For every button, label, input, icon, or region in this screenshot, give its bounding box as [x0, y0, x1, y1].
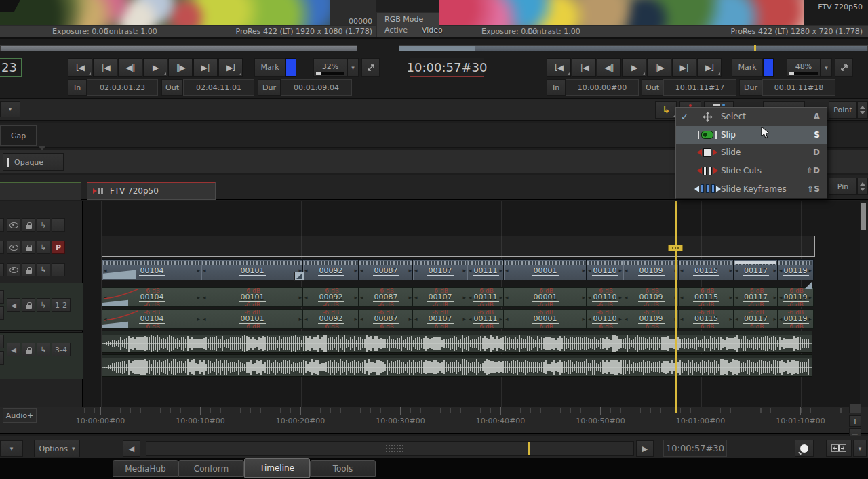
track-lock-button[interactable]: [22, 241, 35, 254]
scroll-right-button[interactable]: ▶: [636, 440, 654, 457]
magnifier-button[interactable]: [795, 440, 814, 457]
audio-clip[interactable]: -6 dB◂▸00110-6 dB: [586, 309, 624, 329]
video-clip[interactable]: ◂▸00119: [777, 259, 814, 280]
playhead-grip[interactable]: [668, 245, 683, 251]
audio-clip[interactable]: -6 dB◂▸00110-6 dB: [586, 287, 624, 307]
left-tool-dropdown[interactable]: ▾: [0, 101, 20, 117]
transport-button-0[interactable]: [◀: [547, 58, 571, 77]
left-timecode-field[interactable]: 23: [0, 58, 22, 77]
track-lock-button[interactable]: [22, 218, 35, 232]
transport-button-1[interactable]: ∣◀: [572, 58, 596, 77]
audio-clip[interactable]: -6 dB◂▸00107-6 dB: [412, 287, 468, 307]
vscroll-thumb[interactable]: [861, 203, 866, 230]
left-mark-color-swatch[interactable]: [285, 58, 296, 77]
track-extra-button[interactable]: [52, 218, 65, 232]
left-viewer-image[interactable]: [0, 0, 330, 25]
left-in-button[interactable]: In: [68, 79, 87, 96]
transport-button-2[interactable]: ◀∥: [597, 58, 621, 77]
pin-spinner[interactable]: [857, 178, 868, 195]
partial-button[interactable]: [0, 241, 4, 254]
left-dur-value[interactable]: 00:01:09:04: [281, 79, 352, 96]
select-tool-button[interactable]: ↳: [655, 101, 677, 119]
audio-plus-button[interactable]: Audio+: [3, 408, 37, 423]
track-visibility-button[interactable]: [7, 218, 20, 232]
sequence-tab-ftv[interactable]: FTV 720p50: [87, 182, 216, 200]
left-out-button[interactable]: Out: [161, 79, 183, 96]
right-viewer-image[interactable]: [439, 0, 804, 25]
right-expand-button[interactable]: [835, 58, 853, 77]
right-zoom-dropdown[interactable]: ▾: [821, 58, 832, 77]
menu-item-slip[interactable]: SlipS: [676, 126, 827, 144]
primary-track-button[interactable]: P: [52, 241, 65, 254]
audio-clip[interactable]: -6 dB◂▸00087-6 dB: [358, 287, 414, 307]
right-zoom-field[interactable]: 48%: [787, 58, 821, 77]
video-clip[interactable]: ◂▸00107: [412, 259, 468, 280]
transport-button-0[interactable]: [◀: [68, 58, 92, 77]
transport-button-5[interactable]: ▶∣: [672, 58, 696, 77]
audio-clip[interactable]: -6 dB◂▸00092-6 dB: [302, 309, 359, 329]
menu-item-slide[interactable]: SlideD: [676, 144, 827, 162]
menu-item-select[interactable]: ✓SelectA: [676, 108, 827, 126]
audio-monitor-button[interactable]: ◀: [7, 343, 20, 356]
partial-button[interactable]: [0, 351, 4, 365]
audio-clip[interactable]: -6 dB◂▸00087-6 dB: [358, 309, 414, 329]
right-scrub-bar[interactable]: [399, 45, 868, 51]
transition-marker[interactable]: [294, 272, 304, 281]
audio-clip[interactable]: -6 dB◂▸00109-6 dB: [623, 309, 679, 329]
partial-button[interactable]: [0, 218, 4, 232]
video-clip[interactable]: ◂▸00001: [503, 259, 587, 280]
sequence-tab-other[interactable]: [0, 182, 81, 200]
audio-clip[interactable]: -6 dB◂▸00101-6 dB: [201, 287, 304, 307]
transport-button-3[interactable]: ▶: [143, 58, 167, 77]
audio-clip[interactable]: -6 dB◂▸00104-6 dB: [102, 287, 202, 307]
audio-clip[interactable]: -6 dB◂▸00111-6 dB: [467, 309, 505, 329]
right-dur-button[interactable]: Dur: [739, 79, 762, 96]
zoom-in-button[interactable]: +: [849, 415, 861, 427]
left-in-value[interactable]: 02:03:01:23: [87, 79, 158, 96]
video-clip[interactable]: ◂▸00092: [302, 259, 359, 280]
tab-timeline[interactable]: Timeline: [244, 458, 310, 478]
selection-band[interactable]: [102, 236, 815, 257]
left-mark-button[interactable]: Mark: [254, 58, 285, 77]
menu-item-slide-cuts[interactable]: Slide Cuts⇧D: [676, 162, 827, 180]
timeline-hscrollbar[interactable]: [146, 441, 634, 456]
playhead-line[interactable]: [675, 201, 677, 407]
audio-clip[interactable]: -6 dB◂▸00104-6 dB: [102, 309, 202, 329]
opaque-button[interactable]: Opaque: [3, 153, 64, 171]
audio-clip[interactable]: -6 dB◂▸00119-6 dB: [777, 309, 814, 329]
scroll-left-button[interactable]: ◀: [123, 440, 140, 457]
track-visibility-button[interactable]: [7, 241, 20, 254]
video-clip[interactable]: ◂▸00115: [678, 259, 734, 280]
bottom-timecode-field[interactable]: 10:00:57#30: [663, 440, 727, 457]
track-follow-button[interactable]: ↳: [37, 218, 50, 232]
audio-channel-label[interactable]: 3-4: [52, 343, 71, 356]
track-follow-button[interactable]: ↳: [37, 343, 50, 356]
audio-clip[interactable]: -6 dB◂▸00001-6 dB: [503, 287, 587, 307]
audio-clip[interactable]: -6 dB◂▸00001-6 dB: [503, 309, 587, 329]
transport-button-2[interactable]: ◀∥: [118, 58, 142, 77]
track-lock-button[interactable]: [22, 343, 35, 356]
right-in-value[interactable]: 10:00:00#00: [566, 79, 639, 96]
transport-button-4[interactable]: ∥▶: [647, 58, 671, 77]
transport-button-4[interactable]: ∥▶: [168, 58, 193, 77]
point-spinner[interactable]: [857, 101, 868, 119]
point-control[interactable]: Point: [829, 101, 857, 119]
audio-clip[interactable]: -6 dB◂▸00109-6 dB: [623, 287, 679, 307]
video-clip[interactable]: ◂▸00117: [733, 259, 778, 280]
audio-clip[interactable]: -6 dB◂▸00117-6 dB: [733, 287, 778, 307]
left-scrub-bar[interactable]: [0, 45, 357, 51]
video-clip[interactable]: ◂▸00104: [102, 259, 202, 280]
view-layout-dropdown[interactable]: ▾: [853, 440, 867, 457]
audio-clip[interactable]: -6 dB◂▸00115-6 dB: [678, 287, 734, 307]
audio-clip[interactable]: -6 dB◂▸00111-6 dB: [467, 287, 505, 307]
menu-item-slide-keyframes[interactable]: Slide Keyframes⇧S: [676, 180, 827, 198]
bottom-left-dropdown[interactable]: ▾: [0, 440, 23, 457]
transport-button-6[interactable]: ▶]: [218, 58, 243, 77]
left-expand-button[interactable]: [361, 58, 380, 77]
tab-conform[interactable]: Conform: [178, 460, 244, 477]
left-zoom-field[interactable]: 32%: [313, 58, 347, 77]
video-clip[interactable]: ◂▸00101: [201, 259, 304, 280]
options-button[interactable]: Options ▾: [34, 440, 80, 457]
video-clip[interactable]: ◂▸00087: [358, 259, 414, 280]
partial-button[interactable]: [0, 335, 4, 348]
